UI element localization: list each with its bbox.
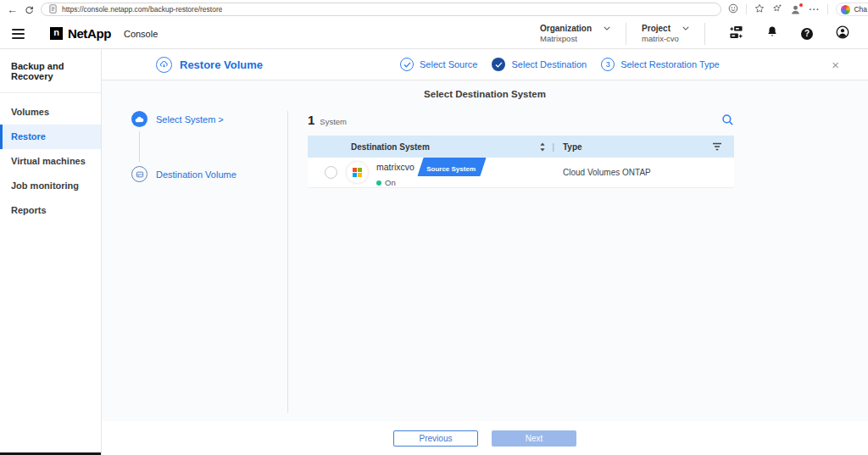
notification-dot <box>799 3 803 7</box>
netapp-logo-mark: n <box>50 27 63 40</box>
project-value: matrix-cvo <box>642 34 689 43</box>
step-select-destination[interactable]: Select Destination <box>492 58 587 71</box>
system-type: Cloud Volumes ONTAP <box>563 168 651 177</box>
wizard-title-text: Restore Volume <box>180 58 263 71</box>
url-text: https://console.netapp.com/backup-restor… <box>62 5 222 14</box>
step-select-source[interactable]: Select Source <box>400 58 477 71</box>
divider <box>746 4 747 14</box>
screen: ← https://console.netapp.com/backup-rest… <box>0 0 868 455</box>
header-controls: Organization Matrixpost Project matrix-c… <box>540 23 849 45</box>
collections-icon[interactable] <box>772 2 782 17</box>
browser-toolbar: ← https://console.netapp.com/backup-rest… <box>0 0 868 19</box>
system-table-section: 1 System Destination System <box>288 111 868 413</box>
browser-profile-avatar[interactable] <box>790 4 801 15</box>
cloud-system-icon <box>131 111 147 127</box>
sidebar-item-virtual-machines[interactable]: Virtual machines <box>0 149 101 174</box>
wizard-title: Restore Volume <box>156 57 263 73</box>
next-button[interactable]: Next <box>492 430 576 447</box>
project-selector[interactable]: Project matrix-cvo <box>642 24 689 43</box>
wizard-steps: Select Source Select Destination 3 Selec… <box>400 58 720 71</box>
browser-refresh-icon[interactable] <box>25 5 34 14</box>
browser-menu-icon[interactable]: ··· <box>809 5 820 14</box>
sidebar-item-reports[interactable]: Reports <box>0 198 101 223</box>
copilot-icon <box>841 5 850 14</box>
table-header: Destination System | Type <box>308 136 734 158</box>
rail-step-label: Destination Volume <box>156 169 236 180</box>
column-type: Type <box>563 142 582 152</box>
step-label: Select Restoration Type <box>620 59 720 69</box>
sidebar-item-restore[interactable]: Restore <box>0 125 101 149</box>
search-icon[interactable] <box>721 114 734 126</box>
help-icon[interactable]: ? <box>801 28 813 40</box>
step-label: Select Source <box>420 59 477 69</box>
connector-icon[interactable] <box>729 25 743 42</box>
address-bar[interactable]: https://console.netapp.com/backup-restor… <box>41 3 721 16</box>
restore-volume-icon <box>156 57 172 73</box>
source-system-badge: Source System <box>417 158 486 176</box>
divider <box>626 23 626 45</box>
sidebar-item-job-monitoring[interactable]: Job monitoring <box>0 174 101 198</box>
status-on-dot <box>376 180 381 186</box>
column-destination-system: Destination System <box>351 142 430 152</box>
step-current-check-icon <box>492 58 505 71</box>
chevron-down-icon <box>682 26 689 31</box>
volume-icon <box>131 166 147 182</box>
system-name: matrixcvo <box>376 162 415 172</box>
sidebar-item-volumes[interactable]: Volumes <box>0 100 101 125</box>
browser-back-icon[interactable]: ← <box>7 4 18 15</box>
organization-value: Matrixpost <box>540 34 610 43</box>
system-count: 1 <box>308 113 314 127</box>
organization-selector[interactable]: Organization Matrixpost <box>540 24 610 43</box>
status-text: On <box>385 178 396 187</box>
wizard-footer: Previous Next <box>102 421 868 455</box>
step-label: Select Destination <box>511 59 587 69</box>
divider: | <box>552 141 554 152</box>
app-header: n NetApp Console Organization Matrixpost… <box>0 19 868 49</box>
sidebar: Backup and Recovery Volumes Restore Virt… <box>0 49 102 455</box>
previous-button[interactable]: Previous <box>393 430 478 447</box>
sidebar-title: Backup and Recovery <box>0 49 101 93</box>
step-select-restoration-type[interactable]: 3 Select Restoration Type <box>601 58 720 71</box>
netapp-logo: n NetApp <box>50 26 111 41</box>
wizard-content: Select Destination System Select System … <box>102 80 868 421</box>
step-rail: Select System > Destination Volume <box>131 111 287 413</box>
copilot-label: Cha <box>854 5 867 14</box>
organization-label: Organization <box>540 24 592 33</box>
browser-actions: ··· Cha <box>728 2 868 17</box>
step-number-icon: 3 <box>601 58 615 71</box>
hamburger-menu-icon[interactable] <box>12 29 25 39</box>
wizard-header: Restore Volume Select Source Select Dest… <box>102 49 868 80</box>
brand-name: NetApp <box>68 26 111 41</box>
divider <box>827 4 828 14</box>
copilot-button[interactable]: Cha <box>836 3 868 16</box>
project-label: Project <box>642 24 670 33</box>
account-icon[interactable] <box>836 25 849 42</box>
close-icon[interactable]: × <box>832 58 839 72</box>
product-name: Console <box>124 29 158 39</box>
chevron-down-icon <box>604 26 610 31</box>
step-complete-check-icon <box>400 58 414 71</box>
badge-label: Source System <box>426 165 476 173</box>
cloud-provider-icon <box>346 161 369 184</box>
page-title: Select Destination System <box>102 80 868 99</box>
rail-step-select-system[interactable]: Select System > <box>131 111 287 127</box>
sort-icon[interactable] <box>539 142 546 152</box>
filter-icon[interactable] <box>712 142 722 151</box>
page-info-icon[interactable] <box>49 2 57 17</box>
row-radio-button[interactable] <box>325 166 337 179</box>
favorite-star-icon[interactable] <box>754 2 765 17</box>
system-count-label: System <box>320 117 347 126</box>
rail-step-label: Select System > <box>156 114 224 125</box>
notifications-bell-icon[interactable] <box>766 25 778 42</box>
table-row[interactable]: matrixcvo Source System On <box>308 158 734 188</box>
divider <box>704 23 705 45</box>
rail-connector <box>139 131 140 162</box>
feedback-smiley-icon[interactable] <box>728 2 738 17</box>
rail-step-destination-volume[interactable]: Destination Volume <box>131 166 287 182</box>
